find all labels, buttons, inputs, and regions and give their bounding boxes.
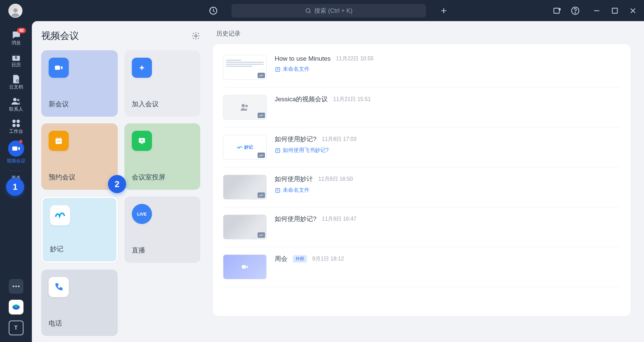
tile-minutes[interactable]: 妙记 bbox=[41, 196, 118, 263]
svg-point-28 bbox=[57, 141, 58, 142]
tile-label: 电话 bbox=[49, 319, 110, 328]
history-row[interactable]: 周会外部9月1日 18:12 bbox=[223, 247, 621, 287]
calendar-schedule-icon bbox=[49, 131, 69, 151]
history-thumbnail bbox=[223, 215, 267, 239]
svg-point-4 bbox=[558, 8, 561, 10]
history-row[interactable]: 如何使用妙记?11月8日 16:47 bbox=[223, 207, 621, 247]
tenant-letter: T bbox=[14, 325, 18, 331]
step-badge-2: 2 bbox=[108, 175, 126, 193]
minutes-icon bbox=[50, 205, 70, 225]
help-icon[interactable] bbox=[571, 6, 580, 15]
svg-point-18 bbox=[16, 124, 20, 127]
svg-text:6: 6 bbox=[15, 55, 17, 60]
history-row[interactable]: 如何使用妙计11月8日 16:50未命名文件 bbox=[223, 167, 621, 207]
docs-icon bbox=[11, 74, 21, 84]
svg-point-35 bbox=[245, 105, 248, 108]
history-item-time: 11月21日 15:51 bbox=[333, 96, 371, 103]
svg-point-30 bbox=[59, 141, 60, 142]
svg-point-23 bbox=[195, 35, 197, 37]
history-panel: 历史记录 How to use Minutes11月22日 10:55未命名文件… bbox=[210, 21, 644, 342]
external-tag: 外部 bbox=[293, 255, 307, 263]
history-icon[interactable] bbox=[209, 6, 218, 15]
user-avatar[interactable] bbox=[8, 4, 22, 18]
history-attachment[interactable]: 如何使用飞书妙记? bbox=[275, 147, 621, 154]
sidebar-item-messages[interactable]: 40 消息 bbox=[4, 27, 28, 49]
notification-icon[interactable] bbox=[553, 6, 561, 15]
close-button[interactable] bbox=[629, 6, 637, 15]
history-thumbnail bbox=[223, 55, 267, 80]
step-badge-1: 1 bbox=[6, 178, 24, 196]
tile-schedule-meeting[interactable]: 预约会议 bbox=[41, 123, 118, 190]
contacts-icon bbox=[11, 96, 21, 106]
sidebar-ellipsis-button[interactable] bbox=[9, 279, 23, 294]
svg-point-12 bbox=[16, 80, 18, 82]
sidebar-item-label: 云文档 bbox=[9, 84, 23, 90]
svg-point-0 bbox=[13, 8, 18, 12]
sidebar-item-label: 视频会议 bbox=[7, 158, 25, 164]
svg-point-15 bbox=[12, 120, 15, 123]
svg-rect-24 bbox=[55, 66, 60, 70]
history-item-time: 11月8日 17:03 bbox=[322, 136, 357, 143]
history-thumbnail bbox=[223, 95, 267, 120]
tile-phone[interactable]: 电话 bbox=[41, 270, 118, 336]
history-row[interactable]: Jessica的视频会议11月21日 15:51 bbox=[223, 88, 621, 127]
live-icon: LIVE bbox=[132, 204, 152, 224]
history-item-time: 11月8日 16:50 bbox=[318, 176, 353, 183]
svg-rect-32 bbox=[141, 143, 143, 144]
sidebar-item-label: 日历 bbox=[11, 62, 21, 68]
video-meeting-dot bbox=[19, 140, 22, 143]
history-item-title: How to use Minutes bbox=[275, 55, 331, 62]
tile-new-meeting[interactable]: 新会议 bbox=[41, 50, 118, 117]
page-title: 视频会议 bbox=[41, 30, 79, 42]
sidebar-item-video-meeting[interactable]: 视频会议 bbox=[4, 138, 28, 167]
history-item-time: 11月22日 10:55 bbox=[336, 55, 374, 62]
sidebar-item-calendar[interactable]: 6 日历 bbox=[4, 49, 28, 71]
phone-icon bbox=[49, 277, 69, 297]
svg-point-34 bbox=[241, 104, 245, 107]
svg-point-21 bbox=[15, 286, 17, 287]
tile-live[interactable]: LIVE 直播 bbox=[124, 196, 200, 263]
tile-join-meeting[interactable]: 加入会议 bbox=[124, 50, 200, 117]
add-button[interactable] bbox=[439, 6, 448, 15]
sidebar-item-label: 联系人 bbox=[9, 106, 23, 112]
sidebar-item-label: 工作台 bbox=[9, 128, 23, 134]
sidebar-item-workplace[interactable]: 工作台 bbox=[4, 116, 28, 137]
svg-point-13 bbox=[13, 98, 16, 101]
history-attachment[interactable]: 未命名文件 bbox=[275, 66, 621, 73]
svg-rect-27 bbox=[60, 137, 61, 139]
tile-label: 预约会议 bbox=[49, 173, 110, 182]
svg-rect-38 bbox=[242, 265, 246, 269]
sidebar-item-label: 消息 bbox=[11, 40, 21, 46]
history-item-title: 周会 bbox=[275, 254, 287, 263]
tile-label: 直播 bbox=[132, 246, 193, 255]
history-item-title: 如何使用妙记? bbox=[275, 135, 317, 144]
history-attachment[interactable]: 未命名文件 bbox=[275, 187, 621, 194]
svg-point-22 bbox=[18, 286, 19, 287]
svg-rect-26 bbox=[57, 137, 57, 139]
svg-point-6 bbox=[575, 12, 576, 13]
sidebar-tenant-button[interactable]: T bbox=[9, 321, 23, 335]
sidebar-item-contacts[interactable]: 联系人 bbox=[4, 94, 28, 115]
search-input[interactable]: 搜索 (Ctrl + K) bbox=[231, 4, 426, 17]
titlebar: 搜索 (Ctrl + K) bbox=[0, 0, 644, 21]
plus-square-icon bbox=[132, 58, 152, 78]
sidebar-app-logo[interactable] bbox=[9, 300, 23, 315]
svg-point-2 bbox=[306, 8, 310, 12]
maximize-button[interactable] bbox=[610, 6, 619, 15]
tile-label: 新会议 bbox=[49, 100, 110, 109]
apps-icon bbox=[11, 118, 21, 128]
search-icon bbox=[305, 7, 312, 14]
gear-icon[interactable] bbox=[192, 32, 200, 40]
tile-room-cast[interactable]: 会议室投屏 bbox=[124, 123, 200, 190]
minimize-button[interactable] bbox=[592, 6, 601, 15]
calendar-icon: 6 bbox=[11, 52, 21, 62]
history-row[interactable]: How to use Minutes11月22日 10:55未命名文件 bbox=[223, 48, 621, 88]
history-item-time: 11月8日 16:47 bbox=[322, 216, 357, 223]
history-row[interactable]: 妙记如何使用妙记?11月8日 17:03如何使用飞书妙记? bbox=[223, 127, 621, 167]
tile-label: 加入会议 bbox=[132, 100, 193, 109]
sidebar-item-docs[interactable]: 云文档 bbox=[4, 71, 28, 93]
messages-badge: 40 bbox=[17, 28, 25, 33]
svg-rect-7 bbox=[612, 8, 617, 13]
sidebar-divider bbox=[9, 171, 23, 171]
history-title: 历史记录 bbox=[213, 30, 631, 38]
